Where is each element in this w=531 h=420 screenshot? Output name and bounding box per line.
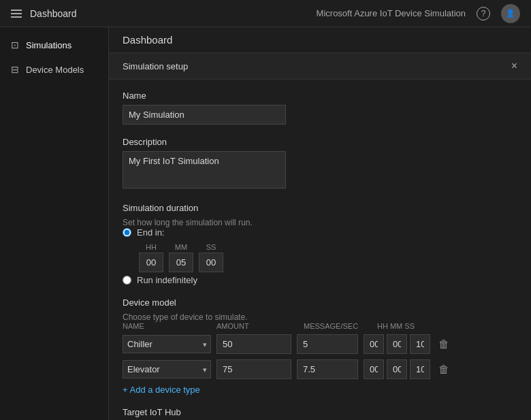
device-model-sublabel: Choose type of device to simulate. — [123, 312, 247, 322]
mm-col: MM — [169, 243, 193, 272]
topbar-left: Dashboard — [11, 8, 77, 19]
device-model-section: Device model Choose type of device to si… — [123, 297, 517, 395]
avatar[interactable]: 👤 — [501, 4, 520, 23]
sidebar-item-simulations-label: Simulations — [26, 40, 71, 50]
duration-label: Simulation duration — [123, 203, 517, 213]
close-button[interactable]: × — [511, 60, 517, 72]
device-select-wrapper-2: Chiller Elevator Engine Prototype — [123, 360, 211, 378]
col-msg-header: MESSAGE/SEC — [304, 322, 372, 330]
description-section: Description My First IoT Simulation — [123, 137, 517, 191]
delete-row-2-button[interactable]: 🗑 — [436, 364, 452, 376]
app-name: Microsoft Azure IoT Device Simulation — [317, 8, 466, 18]
ss-input[interactable] — [199, 253, 223, 272]
main-header: Dashboard — [109, 27, 531, 53]
duration-section: Simulation duration Set how long the sim… — [123, 203, 517, 285]
mm-input-2[interactable] — [387, 359, 407, 379]
panel-title: Simulation setup — [123, 61, 188, 71]
setup-panel: Simulation setup × Name Description My F… — [109, 53, 531, 419]
help-icon[interactable]: ? — [477, 7, 490, 20]
hh-col: HH — [139, 243, 163, 272]
hhmm-group-1 — [364, 334, 430, 354]
amount-input-2[interactable] — [216, 359, 291, 379]
table-row: Chiller Elevator Engine Prototype — [123, 359, 517, 379]
sidebar-item-simulations[interactable]: ⊡ Simulations — [0, 33, 108, 57]
description-input[interactable]: My First IoT Simulation — [123, 151, 286, 189]
topbar-title: Dashboard — [30, 8, 77, 19]
menu-icon[interactable] — [11, 10, 22, 18]
end-in-radio[interactable] — [123, 228, 131, 237]
run-indefinitely-radio[interactable] — [123, 276, 131, 285]
name-label: Name — [123, 91, 517, 101]
add-device-label: + Add a device type — [123, 385, 200, 395]
col-hhmm-header: HH MM SS — [377, 322, 517, 330]
hh-input-2[interactable] — [364, 359, 384, 379]
mm-input[interactable] — [169, 253, 193, 272]
ss-col: SS — [199, 243, 223, 272]
msg-input-1[interactable] — [297, 334, 358, 354]
layout: ⊡ Simulations ⊟ Device Models Dashboard … — [0, 27, 531, 420]
col-name-header: NAME — [123, 322, 211, 330]
device-select-wrapper-1: Chiller Elevator Engine Prototype — [123, 335, 211, 353]
topbar-right: Microsoft Azure IoT Device Simulation ? … — [317, 4, 520, 23]
col-amount-header: AMOUNT — [216, 322, 298, 330]
sidebar-item-device-models[interactable]: ⊟ Device Models — [0, 57, 108, 82]
iot-hub-section: Target IoT Hub Add the connection string… — [123, 407, 517, 419]
ss-input-1[interactable] — [410, 334, 430, 354]
ss-input-2[interactable] — [410, 359, 430, 379]
name-section: Name — [123, 91, 517, 125]
duration-sublabel: Set how long the simulation will run. — [123, 218, 253, 227]
end-in-option: End in: — [123, 227, 517, 238]
dashboard-title: Dashboard — [123, 34, 172, 46]
amount-input-1[interactable] — [216, 334, 291, 354]
hh-input-1[interactable] — [364, 334, 384, 354]
device-model-label: Device model — [123, 297, 517, 308]
ss-label: SS — [206, 243, 216, 251]
simulations-icon: ⊡ — [11, 39, 19, 50]
sidebar-item-device-models-label: Device Models — [26, 65, 84, 75]
mm-input-1[interactable] — [387, 334, 407, 354]
device-table-header: NAME AMOUNT MESSAGE/SEC HH MM SS — [123, 322, 517, 330]
topbar: Dashboard Microsoft Azure IoT Device Sim… — [0, 0, 531, 27]
device-select-1[interactable]: Chiller Elevator Engine Prototype — [123, 335, 211, 353]
table-row: Chiller Elevator Engine Prototype — [123, 334, 517, 354]
msg-input-2[interactable] — [297, 359, 358, 379]
device-models-icon: ⊟ — [11, 64, 19, 75]
time-inputs: HH MM SS — [139, 243, 517, 272]
end-in-label: End in: — [137, 227, 164, 238]
sidebar: ⊡ Simulations ⊟ Device Models — [0, 27, 109, 420]
run-indefinitely-option: Run indefinitely — [123, 275, 517, 285]
main-content: Dashboard Simulation setup × Name Descri… — [109, 27, 531, 420]
device-select-2[interactable]: Chiller Elevator Engine Prototype — [123, 360, 211, 378]
iot-hub-label: Target IoT Hub — [123, 407, 517, 417]
hh-input[interactable] — [139, 253, 163, 272]
hhmm-group-2 — [364, 359, 430, 379]
add-device-button[interactable]: + Add a device type — [123, 385, 200, 395]
hh-label: HH — [146, 243, 157, 251]
name-input[interactable] — [123, 105, 286, 125]
panel-body: Name Description My First IoT Simulation… — [109, 80, 531, 419]
run-indefinitely-label: Run indefinitely — [137, 275, 197, 285]
device-table: NAME AMOUNT MESSAGE/SEC HH MM SS Chiller… — [123, 322, 517, 395]
panel-header: Simulation setup × — [109, 53, 531, 80]
mm-label: MM — [175, 243, 187, 251]
description-label: Description — [123, 137, 517, 147]
delete-row-1-button[interactable]: 🗑 — [436, 338, 452, 351]
